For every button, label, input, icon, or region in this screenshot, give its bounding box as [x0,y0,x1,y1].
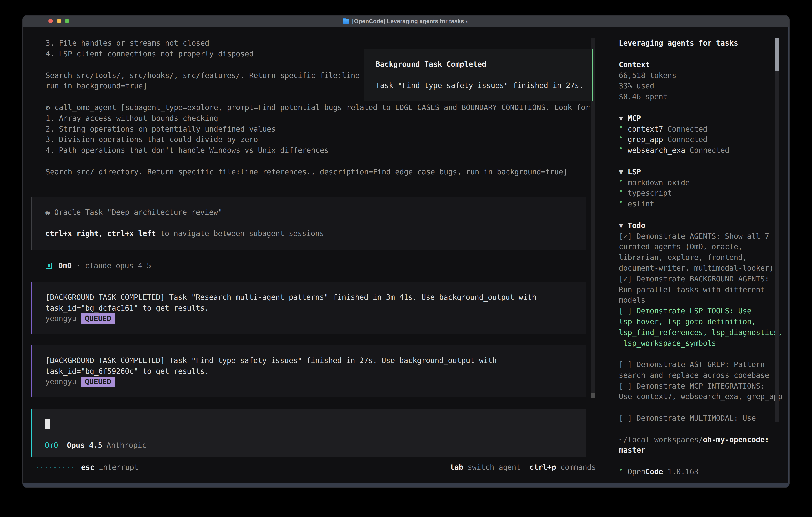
text-line: $0.46 spent [619,91,787,102]
text-line [46,156,590,167]
agent-icon [46,263,52,269]
text-line: ▼Todo [619,220,787,231]
text-line: [BACKGROUND TASK COMPLETED] Task "Find t… [46,355,586,366]
text-line [376,70,592,81]
activity-dot [59,467,60,468]
text-line: Task "Find type safety issues" finished … [376,81,592,91]
text-line [619,403,787,413]
text-line: ~/local-workspaces/oh-my-opencode: [619,434,787,445]
text-line [619,102,787,113]
text-line: context7 Connected [619,124,787,135]
activity-dot [36,467,38,468]
oracle-task-box: ◉ Oracle Task "Deep architecture review"… [31,197,586,249]
text-line: grep_app Connected [619,135,787,145]
text-line: [ ] Demonstrate AST-GREP: Pattern [619,359,787,370]
text-line: lsp_find_references, lsp_diagnostics, [619,327,787,338]
activity-dot [54,467,56,468]
text-cursor [45,419,50,430]
close-button[interactable] [48,19,53,23]
text-line: 1. Array access without bounds checking [46,113,590,124]
text-line: [ ] Demonstrate MULTIMODAL: Use [619,413,787,424]
zoom-button[interactable] [65,19,69,23]
window-edge [788,27,789,483]
text-line [619,424,787,435]
text-line: Background Task Completed [376,59,592,70]
text-line: task_id="bg_6f59260c" to get results. [46,366,586,377]
text-line: OpenCode 1.0.163 [619,467,787,478]
text-line [619,49,787,60]
text-line: lsp_hover, lsp_goto_definition, [619,317,787,327]
text-line: Use context7, websearch_exa, grep_app [619,392,787,403]
text-line: 33% used [619,81,787,92]
text-line: 4. Path operations that don't handle Win… [46,145,590,156]
window-title: [OpenCode] Leveraging agents for tasks ◐ [23,16,789,27]
window-title-text: [OpenCode] Leveraging agents for tasks ◐ [352,18,469,24]
text-line: markdown-oxide [619,177,787,188]
text-line [619,456,787,467]
text-line: ▼MCP [619,113,787,124]
text-line: [✓] Demonstrate BACKGROUND AGENTS: [619,274,787,284]
text-line: eslint [619,199,787,210]
background-task-message: [BACKGROUND TASK COMPLETED] Task "Find t… [31,345,586,398]
text-line: curated agents (OmO, oracle, [619,242,787,252]
sidebar: Leveraging agents for tasks Context66,51… [619,38,787,477]
text-line [46,218,586,228]
text-line: [ ] Demonstrate LSP TOOLS: Use [619,306,787,317]
text-line: librarian, explore, frontend, [619,252,787,263]
sidebar-scrollbar[interactable] [775,38,779,423]
text-line: master [619,445,787,456]
text-line: typescript [619,188,787,199]
text-line: esc interrupt [81,462,139,473]
activity-dot [41,467,42,468]
input-model-line: OmO Opus 4.5 Anthropic [45,440,586,451]
folder-icon [343,19,349,24]
text-line [619,156,787,167]
text-line: yeongyu QUEUED [46,314,586,324]
text-line: 2. String operations on potentially unde… [46,124,590,135]
text-line: [ ] Demonstrate MCP INTEGRATIONS: [619,381,787,392]
activity-dot [46,467,47,468]
text-line: lsp_workspace_symbols [619,338,787,349]
text-line: [BACKGROUND TASK COMPLETED] Task "Resear… [46,292,586,303]
text-line: OmO Opus 4.5 Anthropic [45,440,586,451]
scrollbar-thumb[interactable] [775,38,779,71]
text-line: 3. Division operations that could divide… [46,135,590,145]
text-line: [✓] Demonstrate AGENTS: Show all 7 [619,231,787,242]
text-line [619,349,787,360]
separator-dot: · [76,262,81,270]
text-line: Run parallel tasks with different [619,284,787,295]
text-line: document-writer, multimodal-looker) [619,263,787,274]
prompt-input[interactable]: OmO Opus 4.5 Anthropic [31,409,586,457]
activity-dot [72,467,73,468]
text-line: websearch_exa Connected [619,145,787,156]
agent-model: claude-opus-4-5 [85,262,151,270]
agent-name: OmO [58,262,71,270]
text-line: 3. File handles or streams not closed [46,38,590,49]
agent-session-header: OmO · claude-opus-4-5 [46,261,151,272]
text-line: ⚙ call_omo_agent [subagent_type=explore,… [46,102,590,113]
title-bar[interactable]: [OpenCode] Leveraging agents for tasks ◐ [23,16,789,27]
text-line [619,210,787,220]
text-line: ctrl+x right, ctrl+x left to navigate be… [46,228,586,239]
window-bottom-band [23,483,789,487]
keyboard-hints: tab switch agent ctrl+p commands [450,462,596,473]
text-line: search and replace across codebase [619,370,787,381]
esc-hint: esc interrupt [81,462,139,473]
minimize-button[interactable] [57,19,61,23]
activity-dot [68,467,69,468]
text-line: 66,518 tokens [619,70,787,81]
text-line: Leveraging agents for tasks [619,38,787,49]
background-task-message: [BACKGROUND TASK COMPLETED] Task "Resear… [31,282,586,334]
text-line: task_id="bg_dcfac161" to get results. [46,303,586,314]
text-line: models [619,295,787,306]
terminal-content: 3. File handles or streams not closed4. … [23,16,789,487]
text-line: Context [619,60,787,71]
scrollbar-thumb[interactable] [590,393,594,398]
text-line: tab switch agent ctrl+p commands [450,462,596,473]
terminal-window: 3. File handles or streams not closed4. … [23,16,789,487]
text-line: ▼LSP [619,167,787,178]
activity-dot [50,467,51,468]
activity-dots [36,462,77,473]
text-line: Search src/ directory. Return specific f… [46,167,590,178]
notification-toast: Background Task Completed Task "Find typ… [364,49,593,101]
